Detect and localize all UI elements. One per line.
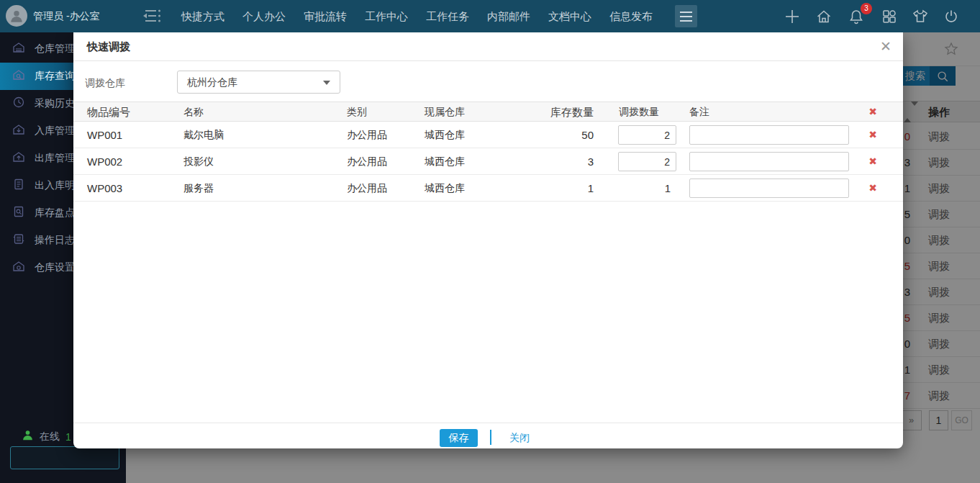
item-stock-qty: 50 xyxy=(522,122,594,148)
save-button[interactable]: 保存 xyxy=(440,429,478,447)
modal-titlebar: 快速调拨 ✕ xyxy=(73,32,903,61)
log-icon xyxy=(12,233,25,248)
item-warehouse: 城西仓库 xyxy=(425,148,465,175)
close-button[interactable]: 关闭 xyxy=(509,429,530,447)
menu-item-internal-mail[interactable]: 内部邮件 xyxy=(487,0,530,32)
transfer-qty-value: 1 xyxy=(618,175,671,202)
item-stock-qty: 3 xyxy=(522,148,594,175)
apps-grid-icon[interactable] xyxy=(881,8,898,25)
note-input[interactable] xyxy=(689,125,849,145)
stocktake-icon xyxy=(12,205,25,221)
transfer-warehouse-select[interactable]: 杭州分仓库 xyxy=(177,71,340,94)
hamburger-icon xyxy=(680,12,692,13)
sidebar-item-label: 入库管理 xyxy=(35,125,75,137)
sidebar-search-box xyxy=(10,446,119,469)
col-header-item-code: 物品编号 xyxy=(87,102,130,122)
menu-fold-icon[interactable] xyxy=(141,8,164,27)
menu-item-work-tasks[interactable]: 工作任务 xyxy=(426,0,469,32)
online-user-icon xyxy=(22,429,34,444)
notification-badge: 3 xyxy=(861,3,872,14)
sidebar-item-label: 库存查询 xyxy=(35,70,75,83)
menu-item-personal-office[interactable]: 个人办公 xyxy=(242,0,286,32)
col-header-note: 备注 xyxy=(689,102,709,122)
item-category: 办公用品 xyxy=(347,148,387,175)
avatar[interactable] xyxy=(6,5,27,27)
power-icon[interactable] xyxy=(943,8,960,25)
col-header-stock-qty: 库存数量 xyxy=(522,102,594,122)
delete-row-icon[interactable]: ✖ xyxy=(862,122,884,148)
menu-toggle-button[interactable] xyxy=(675,5,697,27)
menu-item-info-publish[interactable]: 信息发布 xyxy=(609,0,653,32)
sidebar-item-label: 仓库设置 xyxy=(35,261,75,274)
sidebar-item-label: 仓库管理 xyxy=(35,42,75,55)
item-warehouse: 城西仓库 xyxy=(425,122,465,148)
transfer-row: WP003 服务器 办公用品 城西仓库 1 1 ✖ xyxy=(73,175,903,202)
col-header-name: 名称 xyxy=(183,102,204,122)
item-code: WP003 xyxy=(87,175,122,202)
note-input[interactable] xyxy=(689,152,849,171)
close-icon[interactable]: ✕ xyxy=(880,38,891,55)
home-icon[interactable] xyxy=(815,8,832,25)
menu-item-shortcuts[interactable]: 快捷方式 xyxy=(181,0,224,32)
item-warehouse: 城西仓库 xyxy=(425,175,465,202)
col-header-current-warehouse: 现属仓库 xyxy=(425,102,465,122)
user-name[interactable]: 管理员 -办公室 xyxy=(33,0,100,32)
warehouse-icon xyxy=(12,41,25,57)
plus-icon[interactable] xyxy=(784,8,801,25)
item-code: WP002 xyxy=(87,148,122,175)
item-category: 办公用品 xyxy=(347,175,387,202)
chevron-down-icon xyxy=(323,81,330,85)
sidebar-item-label: 出库管理 xyxy=(35,152,75,165)
top-navigation-bar: 管理员 -办公室 快捷方式 个人办公 审批流转 工作中心 工作任务 内部邮件 文… xyxy=(0,0,980,32)
app-root: 搜索 操作 0 调拨 3 调拨 1 调拨 5 调拨 0 调拨 5 xyxy=(0,0,980,483)
item-name: 投影仪 xyxy=(183,148,214,175)
selected-warehouse: 杭州分仓库 xyxy=(187,71,237,93)
modal-title: 快速调拨 xyxy=(87,32,130,61)
item-name: 服务器 xyxy=(183,175,214,202)
document-icon xyxy=(12,178,25,194)
online-label: 在线 xyxy=(40,430,60,443)
sidebar-item-label: 库存盘点 xyxy=(35,207,75,220)
outbound-icon xyxy=(12,150,25,166)
inbound-icon xyxy=(12,123,25,139)
menu-item-document-center[interactable]: 文档中心 xyxy=(548,0,591,32)
menu-item-work-center[interactable]: 工作中心 xyxy=(365,0,408,32)
transfer-qty-input[interactable] xyxy=(618,125,676,145)
settings-icon xyxy=(12,260,25,276)
clock-icon xyxy=(12,96,25,112)
online-count: 1 xyxy=(65,431,71,443)
footer-divider xyxy=(490,430,491,445)
transfer-warehouse-label: 调拨仓库 xyxy=(85,77,125,90)
delete-all-icon[interactable]: ✖ xyxy=(862,102,884,122)
theme-shirt-icon[interactable] xyxy=(911,8,928,25)
modal-table-header: 物品编号 名称 类别 现属仓库 库存数量 调拨数量 备注 ✖ xyxy=(73,101,903,122)
transfer-qty-input[interactable] xyxy=(618,152,676,171)
top-menu: 快捷方式 个人办公 审批流转 工作中心 工作任务 内部邮件 文档中心 信息发布 xyxy=(181,0,671,32)
modal-footer: 保存 关闭 xyxy=(73,423,903,448)
note-input[interactable] xyxy=(689,179,849,198)
col-header-category: 类别 xyxy=(347,102,367,122)
inventory-search-icon xyxy=(12,68,25,84)
item-category: 办公用品 xyxy=(347,122,387,148)
col-header-transfer-qty: 调拨数量 xyxy=(619,102,659,122)
item-code: WP001 xyxy=(87,122,122,148)
sidebar-item-label: 操作日志 xyxy=(35,234,75,247)
delete-row-icon[interactable]: ✖ xyxy=(862,148,884,175)
delete-row-icon[interactable]: ✖ xyxy=(862,175,884,202)
item-name: 戴尔电脑 xyxy=(183,122,224,148)
transfer-row: WP002 投影仪 办公用品 城西仓库 3 ✖ xyxy=(73,148,903,175)
menu-item-approval-flow[interactable]: 审批流转 xyxy=(304,0,347,32)
quick-transfer-modal: 快速调拨 ✕ 调拨仓库 杭州分仓库 物品编号 名称 类别 现属仓库 库存数量 调… xyxy=(73,32,903,448)
transfer-row: WP001 戴尔电脑 办公用品 城西仓库 50 ✖ xyxy=(73,122,903,148)
sidebar-item-label: 采购历史 xyxy=(35,97,75,110)
item-stock-qty: 1 xyxy=(522,175,594,202)
